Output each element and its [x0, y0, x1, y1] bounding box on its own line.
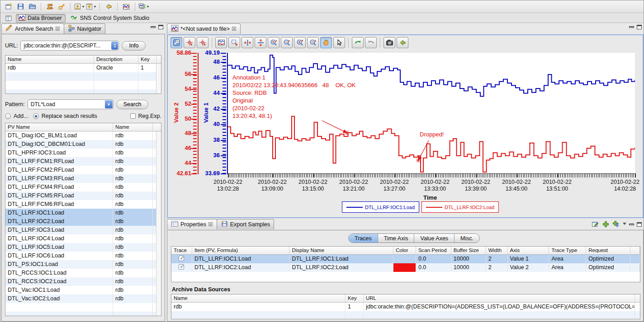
url-dropdown[interactable]: jdbc:oracle:thin:@(DESCRIPT... ▲▼ [20, 41, 119, 51]
column-header[interactable]: Buffer Size [451, 247, 486, 254]
trace-row[interactable]: DTL_LLRF:IOC1:LoadDTL_LLRF:IOC1:Load0.01… [171, 255, 640, 263]
column-header[interactable]: Key [346, 294, 364, 302]
back-button[interactable] [103, 2, 114, 12]
table-row[interactable]: DTL_LLRF:IOC3:Loadrdb [5, 226, 161, 234]
table-row[interactable]: DTL_Vac:IOC2:Loadrdb [5, 294, 161, 303]
column-header[interactable]: Description [94, 56, 138, 63]
close-icon[interactable]: ☒ [232, 27, 237, 31]
column-header[interactable]: Scan Period [416, 247, 451, 254]
table-row[interactable]: DTL_LLRF:FCM6:RFLoadrdb [5, 200, 161, 209]
trace-visible-cell[interactable] [171, 263, 192, 272]
new-window-button[interactable] [3, 2, 14, 12]
table-row[interactable]: DTL_RCCS:IOC2:Loadrdb [5, 277, 161, 286]
column-header[interactable]: PV Name [5, 123, 113, 131]
chart-menu-button[interactable]: ▼ [138, 2, 149, 12]
column-header[interactable]: Name [113, 123, 153, 131]
table-row[interactable]: DTL_LLRF:IOC6:Loadrdb [5, 252, 161, 260]
column-header[interactable]: URL [364, 294, 635, 302]
trace-visible-cell[interactable] [171, 255, 192, 263]
export-button[interactable]: ▼ [85, 2, 96, 12]
new-chart-button[interactable] [121, 2, 132, 12]
trace-row[interactable]: DTL_LLRF:IOC2:LoadDTL_LLRF:IOC2:Load0.01… [171, 263, 640, 272]
zoom-in-horizontal-button[interactable] [268, 37, 279, 48]
table-row[interactable]: DTL_Diag:IOC_BLM1:Loadrdb [5, 131, 161, 140]
tab-properties[interactable]: Properties ☒ [167, 219, 217, 229]
remove-annotation-button[interactable] [197, 37, 208, 48]
undo-button[interactable] [352, 37, 364, 48]
table-row[interactable]: DTL_LLRF:FCM2:RFLoadrdb [5, 166, 161, 174]
column-header[interactable]: Key [138, 56, 156, 63]
pattern-combo[interactable]: DTL*Load ▼ [28, 99, 114, 109]
column-header[interactable]: Color [393, 247, 416, 254]
scrollbar[interactable] [156, 131, 161, 316]
minimize-icon[interactable] [629, 26, 634, 28]
table-row[interactable]: DTL_LLRF:FCM5:RFLoadrdb [5, 191, 161, 200]
plot-area[interactable]: Annotation 1 2010/02/22 13:20:43.9406356… [228, 53, 635, 173]
minimize-icon[interactable] [629, 224, 634, 225]
replace-radio[interactable] [33, 113, 39, 119]
table-row[interactable]: DTL_LLRF:FCM4:RFLoadrdb [5, 183, 161, 191]
x-axis-title[interactable]: Time [423, 194, 437, 201]
tab-editor-plot[interactable]: *<Not saved to file> ☒ [167, 23, 241, 34]
tab-archive-search[interactable]: Archive Search ☒ [1, 23, 64, 34]
column-header[interactable]: Display Name [289, 247, 393, 254]
data-source-row[interactable]: rdb1jdbc:oracle:thin:@(DESCRIPTION=(ADDR… [171, 303, 640, 311]
trace-color-cell[interactable] [393, 255, 416, 263]
add-pv-icon[interactable] [602, 220, 610, 228]
maximize-icon[interactable] [637, 222, 642, 227]
expand-horizontal-button[interactable] [242, 37, 253, 48]
column-header[interactable]: Axis [508, 247, 549, 254]
key-button[interactable] [56, 2, 67, 12]
trace-visible-checkbox[interactable] [179, 256, 184, 261]
open-perspective-icon[interactable] [4, 13, 13, 23]
table-row[interactable]: DTL_RCCS:IOC1:Loadrdb [5, 269, 161, 277]
maximize-icon[interactable] [158, 25, 163, 29]
column-header[interactable]: Name [5, 56, 94, 63]
add-annotation-button[interactable] [184, 37, 195, 48]
column-header[interactable]: Width [486, 247, 508, 254]
zoom-out-vertical-button[interactable] [307, 37, 319, 48]
view-menu-icon[interactable] [623, 223, 626, 225]
tab-export-samples[interactable]: Export Samples [217, 219, 274, 229]
pointer-button[interactable] [333, 37, 345, 48]
column-header[interactable]: Item (PV, Formula) [192, 247, 290, 254]
subtab-time-axis[interactable]: Time Axis [378, 234, 415, 243]
stagger-axes-button[interactable] [215, 37, 227, 48]
tab-navigator[interactable]: Navigator [64, 23, 106, 34]
table-row[interactable]: DTL_LLRF:FCM1:RFLoadrdb [5, 157, 161, 166]
table-row[interactable]: DTL_PS:IOC1:Loadrdb [5, 260, 161, 269]
column-header[interactable]: Request [586, 247, 630, 254]
close-icon[interactable]: ☒ [55, 27, 60, 31]
subtab-value-axes[interactable]: Value Axes [414, 234, 455, 243]
search-button[interactable]: Search [116, 100, 149, 109]
close-icon[interactable]: ☒ [208, 222, 213, 227]
regexp-checkbox[interactable] [130, 113, 136, 119]
edit-annotation-icon[interactable] [592, 220, 599, 228]
rubberband-zoom-button[interactable] [228, 37, 240, 48]
perspective-sns-control-system-studio[interactable]: SNS Control System Studio [68, 14, 153, 23]
column-header[interactable] [630, 247, 640, 254]
users-button[interactable] [44, 2, 55, 12]
column-header[interactable]: Trace Type [549, 247, 586, 254]
scrollbar[interactable] [156, 64, 161, 93]
legend-item[interactable]: DTL_LLRF:IOC2:Load [421, 201, 499, 213]
legend-item[interactable]: DTL_LLRF:IOC1:Load [342, 201, 419, 213]
table-row[interactable]: DTL_Diag:IOC_DBCM01:Loadrdb [5, 140, 161, 149]
save-button[interactable] [15, 2, 26, 12]
open-folder-button[interactable] [27, 2, 38, 12]
table-row[interactable]: DTL_LLRF:IOC2:Loadrdb [5, 217, 161, 226]
pan-button[interactable] [320, 37, 332, 48]
table-row[interactable]: DTL_Vac:IOC1:Loadrdb [5, 286, 161, 294]
table-row[interactable]: DTL_LLRF:FCM3:RFLoadrdb [5, 174, 161, 183]
subtab-misc[interactable]: Misc. [455, 234, 479, 243]
perspective-data-browser[interactable]: Data Browser [16, 14, 66, 23]
expand-vertical-button[interactable] [255, 37, 266, 48]
dropped-label[interactable]: Dropped! [420, 131, 444, 138]
table-row[interactable]: DTL_LLRF:IOC1:Loadrdb [5, 209, 161, 217]
trace-visible-checkbox[interactable] [179, 264, 184, 270]
remove-markers-button[interactable] [397, 37, 408, 48]
info-button[interactable]: Info [122, 41, 146, 51]
add-radio[interactable] [5, 113, 11, 119]
column-header[interactable]: Name [171, 294, 346, 302]
snapshot-button[interactable] [384, 37, 395, 48]
